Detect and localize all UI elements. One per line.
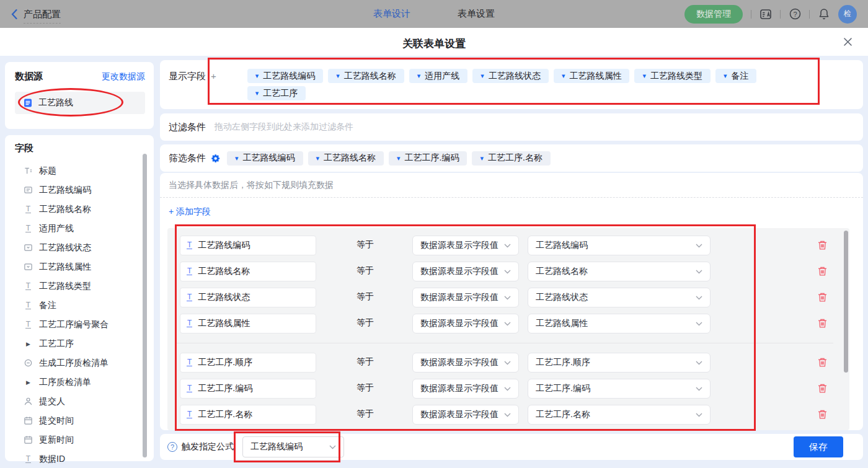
caret-down-icon: ▾ <box>255 90 259 97</box>
chevron-down-icon <box>329 445 336 449</box>
display-fields-label: 显示字段 <box>169 71 206 82</box>
field-item[interactable]: 提交人 <box>5 392 154 411</box>
toggle-icon <box>24 358 33 368</box>
text-icon: T <box>24 454 33 464</box>
field-tag[interactable]: ▾工艺工序 <box>247 86 306 100</box>
datasource-item[interactable]: 工艺路线 <box>15 92 145 114</box>
text-icon: T <box>187 320 192 327</box>
field-item[interactable]: T数据ID <box>5 449 154 468</box>
close-icon[interactable] <box>842 36 853 47</box>
delete-row-button[interactable] <box>817 357 828 368</box>
source-type-select[interactable]: 数据源表显示字段值 <box>412 353 519 373</box>
source-field-select[interactable]: 工艺路线编码 <box>528 236 711 255</box>
notification-bell-icon[interactable] <box>818 8 830 20</box>
filter-dropzone-placeholder[interactable]: 拖动左侧字段到此处来添加过滤条件 <box>215 121 353 133</box>
chevron-down-icon <box>504 270 511 274</box>
rule-operator: 等于 <box>356 317 374 329</box>
field-item[interactable]: T备注 <box>5 296 154 315</box>
field-tag[interactable]: ▾工艺路线属性 <box>554 69 630 83</box>
delete-row-button[interactable] <box>817 266 828 276</box>
delete-row-button[interactable] <box>817 318 828 329</box>
text-icon: T <box>187 242 192 249</box>
field-item[interactable]: ▶工序质检清单 <box>5 373 154 392</box>
rule-field-box[interactable]: T工艺路线编码 <box>180 236 316 255</box>
data-manage-button[interactable]: 数据管理 <box>684 5 743 24</box>
source-field-select[interactable]: 工艺路线属性 <box>528 314 711 333</box>
screen-conditions-panel: 筛选条件 ▾工艺路线编码 ▾工艺路线名称 ▾工艺工序.编码 ▾工艺工序.名称 <box>160 144 863 172</box>
field-item[interactable]: T工艺工序编号聚合 <box>5 315 154 334</box>
rule-operator: 等于 <box>356 382 374 394</box>
add-field-button[interactable]: + 添加字段 <box>169 206 211 218</box>
translate-icon[interactable] <box>760 8 772 20</box>
delete-row-button[interactable] <box>817 292 828 302</box>
field-tag[interactable]: ▾工艺路线类型 <box>634 69 711 83</box>
source-field-select[interactable]: 工艺路线名称 <box>528 262 711 281</box>
delete-row-button[interactable] <box>817 240 828 250</box>
divider <box>780 10 781 19</box>
tab-form-design[interactable]: 表单设计 <box>373 8 410 20</box>
source-field-select[interactable]: 工艺工序.顺序 <box>528 353 711 373</box>
rule-field-box[interactable]: T工艺路线状态 <box>180 288 316 307</box>
rule-field-box[interactable]: T工艺路线名称 <box>180 262 316 281</box>
field-item[interactable]: ▶工艺工序 <box>5 334 154 353</box>
trigger-formula-select[interactable]: 工艺路线编码 <box>242 436 344 457</box>
source-field-select[interactable]: 工艺路线状态 <box>528 288 711 307</box>
field-item[interactable]: 标题 <box>5 161 154 180</box>
source-field-select[interactable]: 工艺工序.编码 <box>528 379 711 399</box>
tab-form-settings[interactable]: 表单设置 <box>458 8 495 20</box>
screen-tag[interactable]: ▾工艺路线名称 <box>308 151 384 166</box>
field-item[interactable]: T工艺路线类型 <box>5 276 154 296</box>
rule-field-box[interactable]: T工艺工序.顺序 <box>180 353 316 373</box>
field-tag[interactable]: ▾备注 <box>715 69 757 83</box>
source-type-select[interactable]: 数据源表显示字段值 <box>412 236 519 255</box>
save-button[interactable]: 保存 <box>794 436 843 457</box>
filter-label: 过滤条件 <box>169 121 206 133</box>
display-fields-panel: 显示字段 + ▾工艺路线编码 ▾工艺路线名称 ▾适用产线 ▾工艺路线状态 ▾工艺… <box>160 60 863 109</box>
scrollbar[interactable] <box>844 231 848 373</box>
back-button[interactable]: 产品配置 <box>11 9 61 20</box>
field-tag[interactable]: ▾工艺路线名称 <box>328 69 404 83</box>
caret-down-icon: ▾ <box>724 73 727 79</box>
screen-tag[interactable]: ▾工艺路线编码 <box>227 151 303 166</box>
rule-field-box[interactable]: T工艺工序.编码 <box>180 379 316 399</box>
source-type-select[interactable]: 数据源表显示字段值 <box>412 405 519 425</box>
avatar[interactable]: 检 <box>838 5 857 24</box>
source-type-select[interactable]: 数据源表显示字段值 <box>412 262 519 281</box>
field-item[interactable]: 工艺路线编码 <box>5 180 154 200</box>
change-datasource-link[interactable]: 更改数据源 <box>102 71 145 82</box>
field-tag[interactable]: ▾工艺路线编码 <box>247 69 324 83</box>
add-display-field-button[interactable]: + <box>211 71 216 81</box>
field-item[interactable]: 生成工序质检清单 <box>5 353 154 373</box>
field-item[interactable]: 工艺路线状态 <box>5 238 154 257</box>
field-item[interactable]: 提交时间 <box>5 411 154 430</box>
delete-row-button[interactable] <box>817 409 828 420</box>
caret-down-icon: ▾ <box>562 73 565 79</box>
chevron-down-icon <box>504 361 511 365</box>
delete-row-button[interactable] <box>817 383 828 394</box>
help-icon[interactable]: ? <box>167 442 177 452</box>
modal-header: 关联表单设置 <box>0 28 868 56</box>
field-item[interactable]: T工艺路线名称 <box>5 200 154 219</box>
field-tag[interactable]: ▾适用产线 <box>409 69 468 83</box>
field-tag[interactable]: ▾工艺路线状态 <box>472 69 549 83</box>
modal-title: 关联表单设置 <box>0 37 868 51</box>
scrollbar[interactable] <box>143 154 147 457</box>
rule-row: T工艺工序.顺序 等于 数据源表显示字段值 工艺工序.顺序 <box>167 353 849 373</box>
field-item[interactable]: 工艺路线属性 <box>5 257 154 276</box>
screen-tag[interactable]: ▾工艺工序.名称 <box>472 151 550 166</box>
screen-tag[interactable]: ▾工艺工序.编码 <box>389 151 467 166</box>
source-type-select[interactable]: 数据源表显示字段值 <box>412 379 519 399</box>
rule-field-box[interactable]: T工艺工序.名称 <box>180 405 316 425</box>
field-item[interactable]: T适用产线 <box>5 219 154 238</box>
source-type-select[interactable]: 数据源表显示字段值 <box>412 314 519 333</box>
caret-down-icon: ▾ <box>480 73 484 79</box>
datasource-item-label: 工艺路线 <box>38 97 73 108</box>
top-bar: 产品配置 表单设计 表单设置 数据管理 ? 检 <box>0 0 868 28</box>
field-item[interactable]: 更新时间 <box>5 430 154 449</box>
source-type-select[interactable]: 数据源表显示字段值 <box>412 288 519 307</box>
gear-icon[interactable] <box>211 154 220 163</box>
rule-field-box[interactable]: T工艺路线属性 <box>180 314 316 333</box>
source-field-select[interactable]: 工艺工序.名称 <box>528 405 711 425</box>
title-icon <box>24 166 33 175</box>
help-icon[interactable]: ? <box>789 8 801 20</box>
